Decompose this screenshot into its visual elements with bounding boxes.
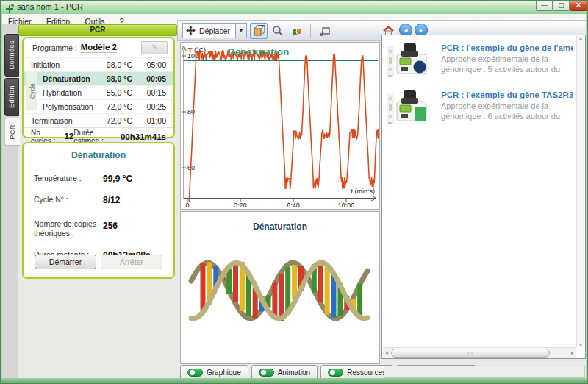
step-temp: 98,0 °C [94, 60, 132, 69]
nb-cycles-value[interactable]: 12 [64, 132, 74, 141]
pcr-panel-header: PCR [18, 24, 177, 36]
temperature-chart: 100806003:206:4010:00T (°C)t (min:s)Déna… [181, 43, 379, 209]
magnifier-icon [272, 25, 284, 37]
tab-label: Edition [8, 85, 15, 108]
program-panel: Programme : Modèle 2 ✎ Cycle Initiation … [22, 37, 175, 138]
vertical-scrollbar[interactable]: ▲▼ [576, 36, 584, 347]
dropdown-arrow-icon[interactable]: ▼ [235, 24, 246, 38]
step-name: Initiation [24, 60, 94, 69]
edit-program-button[interactable]: ✎ [141, 41, 168, 54]
step-name: Terminaison [24, 116, 94, 125]
cycle-group-rail: Cycle [26, 71, 37, 110]
toggle-on-icon[interactable] [328, 369, 343, 377]
step-row-denaturation-selected[interactable]: Dénaturation 98,0 °C 00:05 [24, 71, 173, 85]
thermocycler-thumbnail [385, 38, 435, 81]
fullscreen-button[interactable] [316, 23, 334, 39]
dna-helix-illustration [181, 232, 379, 353]
horizontal-scrollbar[interactable]: ◄ ||| ► [383, 347, 576, 358]
svg-text:10:00: 10:00 [338, 202, 355, 209]
step-row-initiation[interactable]: Initiation 98,0 °C 05:00 [24, 57, 173, 71]
tab-label: PCR [9, 124, 16, 140]
svg-text:t (min:s): t (min:s) [351, 188, 376, 195]
tab-animation[interactable]: Animation [251, 365, 318, 380]
window-title: sans nom 1 - PCR [17, 2, 83, 11]
animation-panel: Dénaturation [180, 211, 380, 364]
scroll-down-icon[interactable]: ▼ [578, 343, 583, 347]
toolbar-separator [310, 24, 311, 38]
window-frame [1, 378, 587, 383]
tab-graphique[interactable]: Graphique [180, 365, 248, 380]
resource-accent [414, 61, 426, 74]
step-time: 00:15 [132, 88, 173, 97]
sidebar-tab-edition[interactable]: Edition [4, 78, 19, 116]
duration-value: 00h31m41s [121, 132, 166, 141]
app-window: sans nom 1 - PCR — ▢ ✕ Fichier Edition O… [0, 0, 588, 384]
scrollbar-thumb[interactable]: ||| [391, 349, 550, 358]
maximize-button[interactable]: ▢ [553, 1, 570, 11]
program-name[interactable]: Modèle 2 [81, 43, 117, 53]
tab-label: Ressources [347, 369, 386, 377]
tab-label: Graphique [207, 369, 241, 377]
window-frame [586, 14, 587, 378]
cycle-number-label: Cycle N° : [34, 195, 103, 205]
step-time: 01:00 [132, 116, 173, 125]
resource-description: Approche expérimentale de la génomique :… [441, 101, 573, 121]
resource-item-1[interactable]: PCR : l'exemple du gène de l'amé... Appr… [382, 35, 585, 82]
mode-dropdown-label: Déplacer [196, 26, 235, 35]
step-time: 05:00 [132, 60, 173, 69]
move-icon [185, 25, 196, 36]
svg-text:0: 0 [185, 202, 189, 209]
program-label: Programme : [32, 43, 77, 52]
sidebar-tab-donnees[interactable]: Données [4, 34, 19, 77]
temperature-value: 99,9 °C [103, 174, 132, 184]
resource-title[interactable]: PCR : l'exemple du gène TAS2R3... [441, 90, 573, 99]
capture-button[interactable] [288, 23, 306, 39]
close-button[interactable]: ✕ [570, 1, 587, 11]
tab-label: Animation [278, 369, 310, 377]
status-panel: Dénaturation Température : 99,9 °C Cycle… [22, 142, 175, 279]
zoom-button[interactable] [269, 23, 287, 39]
animation-title: Dénaturation [181, 221, 379, 232]
scroll-left-icon[interactable]: ◄ [383, 348, 390, 358]
toggle-on-icon[interactable] [187, 369, 203, 377]
cube-3d-button[interactable] [250, 23, 268, 39]
temperature-chart-panel: 100806003:206:4010:00T (°C)t (min:s)Déna… [180, 42, 380, 210]
step-temp: 72,0 °C [94, 116, 132, 125]
stop-button[interactable]: Arrêter [101, 255, 162, 269]
step-row-polymerisation[interactable]: Polymérisation 72,0 °C 00:25 [24, 99, 173, 113]
step-time: 00:25 [132, 102, 173, 111]
tab-ressources[interactable]: Ressources [320, 365, 393, 380]
fullscreen-icon [319, 25, 331, 37]
svg-text:Dénaturation: Dénaturation [228, 46, 289, 57]
cycle-label: Cycle [29, 83, 36, 99]
svg-text:3:20: 3:20 [234, 202, 247, 209]
window-frame [1, 14, 2, 378]
step-row-hybridation[interactable]: Hybridation 55,0 °C 00:15 [24, 85, 173, 99]
svg-text:6:40: 6:40 [287, 202, 300, 209]
thermocycler-thumbnail [385, 85, 435, 128]
cycle-number-value: 8/12 [103, 195, 120, 205]
step-row-terminaison[interactable]: Terminaison 72,0 °C 01:00 [24, 113, 173, 127]
program-steps: Cycle Initiation 98,0 °C 05:00 Dénaturat… [24, 57, 173, 127]
step-temp: 98,0 °C [94, 74, 132, 83]
toggle-on-icon[interactable] [259, 369, 274, 377]
mode-dropdown[interactable]: Déplacer ▼ [182, 23, 247, 38]
scroll-up-icon[interactable]: ▲ [578, 36, 583, 40]
sidebar-tab-pcr[interactable]: PCR [4, 118, 20, 146]
cube-icon [252, 24, 265, 38]
tab-label: Données [8, 40, 15, 70]
capture-icon [291, 25, 303, 37]
resources-panel: PCR : l'exemple du gène de l'amé... Appr… [381, 35, 586, 359]
resource-item-2[interactable]: PCR : l'exemple du gène TAS2R3... Approc… [382, 82, 585, 129]
status-title: Dénaturation [24, 150, 173, 160]
resource-description: Approche expérimentale de la génomique :… [441, 54, 573, 74]
bottom-status-strip [384, 366, 585, 378]
start-button[interactable]: Démarrer [35, 255, 96, 269]
copies-label: Nombre de copies théoriques : [34, 219, 103, 238]
minimize-button[interactable]: — [536, 1, 553, 11]
resource-accent [415, 107, 426, 121]
step-temp: 55,0 °C [94, 88, 132, 97]
resource-title[interactable]: PCR : l'exemple du gène de l'amé... [441, 43, 573, 52]
titlebar: sans nom 1 - PCR — ▢ ✕ [1, 1, 587, 15]
scroll-right-icon[interactable]: ► [569, 348, 576, 358]
